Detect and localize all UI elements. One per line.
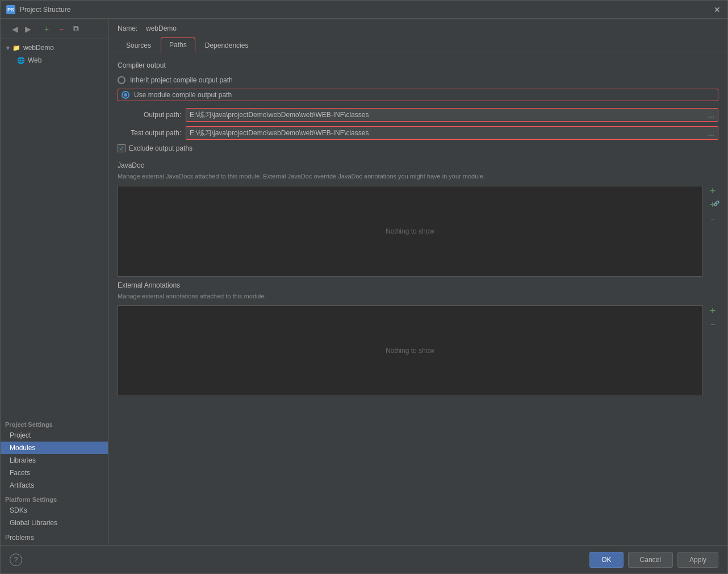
close-button[interactable]: ✕ — [713, 5, 722, 14]
platform-settings-section: Platform Settings — [1, 492, 108, 504]
test-output-path-input[interactable] — [186, 127, 704, 139]
tree-item-webdemo[interactable]: ▼ 📁 webDemo — [1, 41, 108, 54]
name-row: Name: webDemo — [108, 19, 727, 37]
javadoc-action-buttons: + + 🔗 − — [707, 186, 718, 224]
tree-area: ▼ 📁 webDemo 🌐 Web — [1, 39, 108, 417]
sidebar-item-libraries[interactable]: Libraries — [1, 454, 108, 467]
dialog-footer: ? OK Cancel Apply — [1, 545, 727, 573]
radio-inherit-input[interactable] — [118, 76, 125, 84]
output-path-input[interactable] — [186, 109, 704, 120]
output-path-row: Output path: ... — [118, 108, 718, 122]
nav-back-fwd: ◀ ▶ — [5, 21, 38, 37]
project-structure-dialog: PS Project Structure ✕ ◀ ▶ + − ⧉ ▼ 📁 — [0, 0, 728, 574]
exclude-checkbox[interactable]: ✓ — [118, 144, 125, 152]
module-icon: 📁 — [12, 43, 21, 52]
cancel-button[interactable]: Cancel — [628, 552, 673, 568]
annotations-list-container: Nothing to show + − — [118, 305, 718, 396]
sidebar-item-artifacts[interactable]: Artifacts — [1, 479, 108, 492]
javadoc-description: Manage external JavaDocs attached to thi… — [118, 172, 718, 181]
javadoc-remove-button[interactable]: − — [707, 213, 718, 224]
test-output-path-row: Test output path: ... — [118, 126, 718, 140]
add-button[interactable]: + — [40, 23, 53, 35]
help-button[interactable]: ? — [10, 554, 22, 566]
radio-inherit[interactable]: Inherit project compile output path — [118, 76, 718, 84]
tabs-row: Sources Paths Dependencies — [108, 37, 727, 52]
test-output-path-label: Test output path: — [118, 129, 186, 137]
javadoc-add-button[interactable]: + — [707, 186, 718, 197]
tree-item-web[interactable]: 🌐 Web — [1, 54, 108, 66]
javadoc-add-url-button[interactable]: + 🔗 — [707, 199, 718, 211]
sidebar-item-facets[interactable]: Facets — [1, 467, 108, 479]
project-settings-section: Project Settings — [1, 417, 108, 429]
sidebar-item-modules[interactable]: Modules — [1, 442, 108, 454]
ok-button[interactable]: OK — [589, 552, 623, 568]
radio-use-module[interactable]: Use module compile output path — [122, 91, 232, 99]
remove-button[interactable]: − — [55, 23, 68, 35]
title-bar: PS Project Structure ✕ — [1, 1, 727, 19]
dialog-icon: PS — [6, 5, 15, 14]
tab-sources[interactable]: Sources — [118, 38, 160, 52]
sidebar: ◀ ▶ + − ⧉ ▼ 📁 webDemo 🌐 Web — [1, 19, 108, 545]
tree-item-label: Web — [28, 56, 41, 64]
panel-content: Compiler output Inherit project compile … — [108, 52, 727, 545]
javadoc-nothing-to-show: Nothing to show — [386, 227, 434, 235]
tab-paths[interactable]: Paths — [161, 38, 195, 52]
radio-group: Inherit project compile output path Use … — [118, 76, 718, 101]
copy-button[interactable]: ⧉ — [70, 23, 82, 35]
external-annotations-title: External Annotations — [118, 281, 718, 289]
tree-item-label: webDemo — [23, 44, 54, 52]
javadoc-list-container: Nothing to show + + 🔗 − — [118, 186, 718, 277]
test-output-path-wrapper: ... — [186, 126, 718, 140]
tree-expand-arrow: ▼ — [5, 45, 12, 51]
output-path-wrapper: ... — [186, 108, 718, 122]
external-annotations-section: External Annotations Manage external ann… — [118, 281, 718, 397]
tab-dependencies[interactable]: Dependencies — [196, 38, 257, 52]
web-icon: 🌐 — [16, 56, 26, 65]
radio-use-module-wrapper: Use module compile output path — [118, 89, 718, 101]
output-path-browse-button[interactable]: ... — [704, 109, 718, 121]
apply-button[interactable]: Apply — [677, 552, 718, 568]
sidebar-item-sdks[interactable]: SDKs — [1, 504, 108, 517]
javadoc-list: Nothing to show — [118, 186, 702, 277]
javadoc-title: JavaDoc — [118, 161, 718, 169]
main-content: ◀ ▶ + − ⧉ ▼ 📁 webDemo 🌐 Web — [1, 19, 727, 545]
annotations-action-buttons: + − — [707, 305, 718, 330]
dialog-title: Project Structure — [20, 6, 713, 14]
back-button[interactable]: ◀ — [10, 23, 20, 35]
annotations-nothing-to-show: Nothing to show — [386, 347, 434, 355]
compiler-output-label: Compiler output — [118, 61, 718, 69]
external-annotations-description: Manage external annotations attached to … — [118, 292, 718, 301]
sidebar-item-problems[interactable]: Problems — [1, 529, 108, 543]
annotations-add-button[interactable]: + — [707, 305, 718, 317]
javadoc-section: JavaDoc Manage external JavaDocs attache… — [118, 161, 718, 277]
annotations-remove-button[interactable]: − — [707, 319, 718, 330]
exclude-label: Exclude output paths — [129, 144, 193, 152]
radio-use-module-label: Use module compile output path — [134, 91, 232, 99]
output-path-label: Output path: — [118, 111, 186, 119]
radio-use-module-input[interactable] — [122, 91, 129, 99]
annotations-list: Nothing to show — [118, 305, 702, 396]
test-output-path-browse-button[interactable]: ... — [704, 127, 718, 139]
sidebar-item-project[interactable]: Project — [1, 429, 108, 442]
name-label: Name: — [118, 24, 140, 32]
sidebar-item-global-libraries[interactable]: Global Libraries — [1, 517, 108, 529]
exclude-checkbox-row: ✓ Exclude output paths — [118, 144, 718, 152]
sidebar-toolbar: ◀ ▶ + − ⧉ — [1, 19, 108, 39]
name-value: webDemo — [146, 24, 177, 32]
right-panel: Name: webDemo Sources Paths Dependencies… — [108, 19, 727, 545]
radio-inherit-label: Inherit project compile output path — [130, 76, 233, 84]
forward-button[interactable]: ▶ — [23, 23, 34, 35]
